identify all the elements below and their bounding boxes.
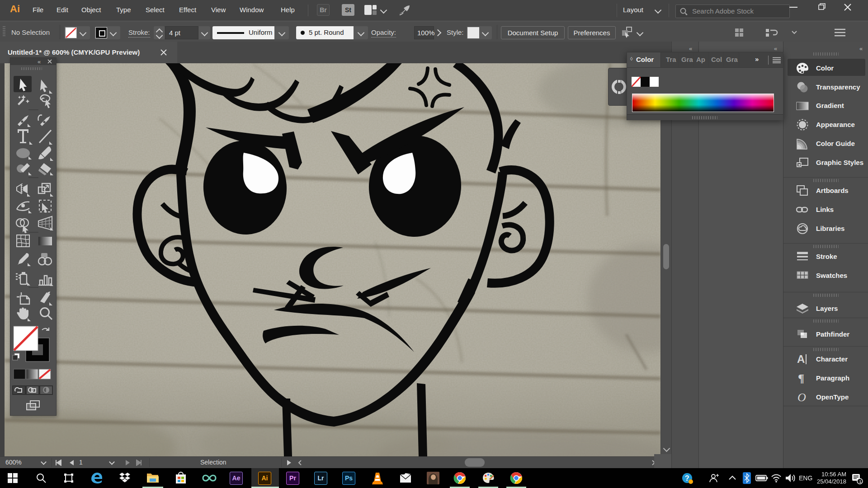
svg-text:O: O	[797, 391, 806, 403]
svg-text:A: A	[797, 353, 805, 365]
svg-text:1: 1	[859, 479, 861, 484]
svg-text:¶: ¶	[798, 372, 804, 384]
